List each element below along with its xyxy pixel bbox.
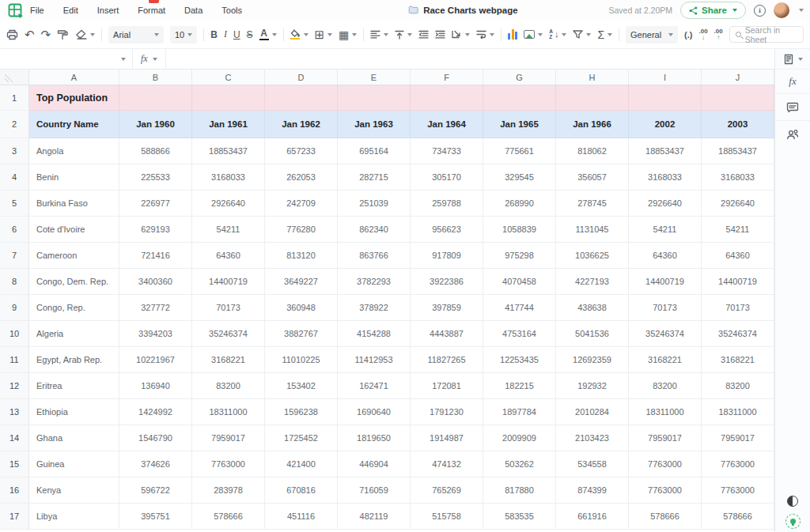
cell-J6[interactable]: 54211 [702, 217, 774, 243]
cell-A14[interactable]: Ghana [29, 425, 119, 451]
row-header-13[interactable]: 13 [0, 399, 29, 425]
cell-A8[interactable]: Congo, Dem. Rep. [29, 269, 119, 295]
cell-A9[interactable]: Congo, Rep. [29, 295, 119, 321]
cell-B12[interactable]: 136940 [119, 373, 192, 399]
cell-J13[interactable]: 18311000 [702, 399, 774, 425]
sort-button[interactable]: AZ ↓ [549, 29, 566, 40]
cell-G10[interactable]: 4753164 [483, 321, 556, 347]
folder-icon[interactable] [408, 3, 418, 17]
cell-G16[interactable]: 817880 [483, 477, 556, 504]
cell-C11[interactable]: 3168221 [192, 347, 265, 373]
cell-H6[interactable]: 1131045 [556, 217, 629, 243]
fx-button[interactable]: fx [133, 49, 166, 69]
cell-I15[interactable]: 7763000 [629, 451, 702, 477]
column-header-F[interactable]: F [411, 70, 483, 85]
number-format-select[interactable]: General [626, 26, 678, 43]
cell-I16[interactable]: 7763000 [629, 477, 702, 504]
cell-J11[interactable]: 3168221 [702, 347, 774, 373]
cell-B11[interactable]: 10221967 [119, 347, 192, 373]
cell-E9[interactable]: 378922 [338, 295, 411, 321]
cell-I4[interactable]: 3168033 [629, 164, 702, 191]
menu-insert[interactable]: Insert [97, 6, 119, 15]
cell-D9[interactable]: 360948 [265, 295, 338, 321]
cell-D16[interactable]: 670816 [265, 477, 338, 504]
column-header-C[interactable]: C [192, 70, 265, 85]
avatar[interactable] [774, 2, 789, 18]
cell-F7[interactable]: 917809 [411, 243, 483, 269]
cell-F9[interactable]: 397859 [411, 295, 483, 321]
insert-chart-button[interactable] [508, 29, 517, 40]
format-painter-button[interactable] [57, 29, 69, 40]
bold-button[interactable]: B [210, 29, 218, 40]
cell-A13[interactable]: Ethiopia [29, 399, 119, 425]
cell-D10[interactable]: 3882767 [265, 321, 338, 347]
info-icon[interactable]: i [754, 5, 766, 17]
cell-H5[interactable]: 278745 [556, 191, 629, 217]
cell-C13[interactable]: 18311000 [192, 399, 265, 425]
cell-G15[interactable]: 503262 [483, 451, 556, 477]
cell-D6[interactable]: 776280 [265, 217, 338, 243]
cell-B3[interactable]: 588866 [119, 138, 192, 164]
indent-increase-button[interactable] [435, 30, 445, 39]
cell-J7[interactable]: 64360 [702, 243, 774, 269]
column-header-J[interactable]: J [702, 70, 774, 85]
cell-D7[interactable]: 813120 [265, 243, 338, 269]
cell-E16[interactable]: 716059 [338, 477, 411, 504]
cell-F13[interactable]: 1791230 [411, 399, 483, 425]
cell-J3[interactable]: 18853437 [702, 138, 774, 164]
cell-J2[interactable]: 2003 [702, 111, 774, 138]
redo-button[interactable]: ↷ [41, 28, 51, 40]
cell-A15[interactable]: Guinea [29, 451, 119, 477]
cell-J16[interactable]: 7763000 [702, 477, 774, 504]
cell-E2[interactable]: Jan 1963 [338, 111, 411, 138]
cell-I11[interactable]: 3168221 [629, 347, 702, 373]
cell-A4[interactable]: Benin [29, 164, 119, 191]
cell-C8[interactable]: 14400719 [192, 269, 265, 295]
cell-I17[interactable]: 578666 [629, 504, 702, 530]
cell-C17[interactable]: 578666 [192, 504, 265, 530]
column-header-D[interactable]: D [265, 70, 338, 85]
cell-E11[interactable]: 11412953 [338, 347, 411, 373]
cell-E1[interactable] [338, 85, 411, 111]
cell-F15[interactable]: 474132 [411, 451, 483, 477]
row-header-2[interactable]: 2 [0, 111, 29, 138]
cell-E6[interactable]: 862340 [338, 217, 411, 243]
row-header-11[interactable]: 11 [0, 347, 29, 373]
menu-file[interactable]: File [30, 6, 44, 15]
cell-F2[interactable]: Jan 1964 [411, 111, 483, 138]
cell-I1[interactable] [629, 85, 702, 111]
row-header-1[interactable]: 1 [0, 85, 29, 111]
increase-decimal-button[interactable]: .00↑ [714, 28, 723, 41]
cell-F16[interactable]: 765269 [411, 477, 483, 504]
select-all-corner[interactable] [0, 70, 29, 85]
cell-B17[interactable]: 395751 [119, 504, 192, 530]
menu-tools[interactable]: Tools [221, 6, 242, 15]
cell-A1[interactable]: Top Population [29, 85, 119, 111]
row-header-10[interactable]: 10 [0, 321, 29, 347]
cell-D1[interactable] [265, 85, 338, 111]
row-header-15[interactable]: 15 [0, 451, 29, 477]
strikethrough-button[interactable]: S [247, 29, 253, 40]
cell-E13[interactable]: 1690640 [338, 399, 411, 425]
text-color-button[interactable]: A [259, 28, 277, 41]
chevron-down-icon[interactable] [799, 9, 804, 12]
cell-G11[interactable]: 12253435 [483, 347, 556, 373]
row-header-9[interactable]: 9 [0, 295, 29, 321]
cell-E10[interactable]: 4154288 [338, 321, 411, 347]
collaborators-panel-button[interactable] [775, 121, 810, 148]
cell-C9[interactable]: 70173 [192, 295, 265, 321]
cell-B9[interactable]: 327772 [119, 295, 192, 321]
document-title[interactable]: Race Charts webpage [423, 6, 518, 15]
cell-G3[interactable]: 775661 [483, 138, 556, 164]
cell-G9[interactable]: 417744 [483, 295, 556, 321]
filter-button[interactable] [573, 30, 591, 39]
column-header-E[interactable]: E [338, 70, 411, 85]
cell-E5[interactable]: 251039 [338, 191, 411, 217]
cell-J14[interactable]: 7959017 [702, 425, 774, 451]
cell-F5[interactable]: 259788 [411, 191, 483, 217]
cell-H3[interactable]: 818062 [556, 138, 629, 164]
menu-data[interactable]: Data [184, 6, 202, 15]
cell-I12[interactable]: 83200 [629, 373, 702, 399]
italic-button[interactable]: I [224, 28, 227, 40]
cell-J5[interactable]: 2926640 [702, 191, 774, 217]
